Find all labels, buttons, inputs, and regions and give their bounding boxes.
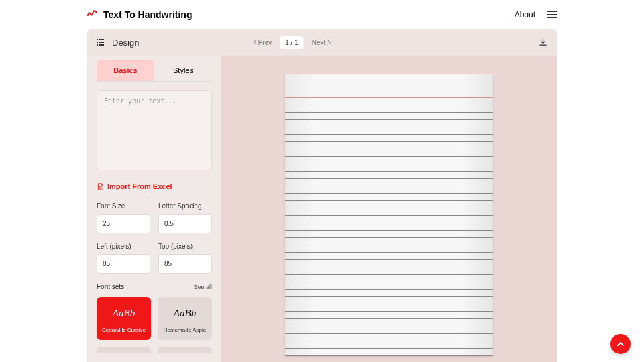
left-field: Left (pixels) — [97, 243, 150, 274]
letter-spacing-label: Letter Spacing — [158, 202, 212, 210]
font-sets-header: Font sets See all — [97, 283, 212, 290]
scroll-top-button[interactable] — [610, 334, 631, 354]
paper-preview — [285, 74, 493, 356]
left-input[interactable] — [97, 254, 150, 274]
paper-lines — [285, 98, 493, 356]
design-label: Design — [112, 38, 139, 48]
header-right: About — [515, 10, 557, 19]
text-input[interactable] — [97, 90, 212, 170]
field-row-2: Left (pixels) Top (pixels) — [97, 243, 212, 274]
brand: Text To Handwriting — [87, 7, 192, 21]
body-split: Basics Styles Import From Excel Font — [87, 56, 557, 362]
letter-spacing-field: Letter Spacing — [158, 202, 212, 233]
font-name: Homemade Apple — [160, 327, 209, 333]
chevron-up-icon — [616, 340, 625, 348]
tab-basics[interactable]: Basics — [97, 60, 154, 81]
font-size-label: Font Size — [97, 202, 150, 210]
settings-panel: Basics Styles Import From Excel Font — [87, 56, 221, 362]
preview-area — [221, 56, 557, 362]
font-grid: AaBb Cedarville Cursive AaBb Homemade Ap… — [97, 297, 212, 340]
font-size-input[interactable] — [97, 214, 150, 233]
font-card-placeholder[interactable] — [158, 347, 212, 353]
toolbar: Design Prev 1 / 1 Next — [87, 29, 557, 56]
font-size-field: Font Size — [97, 202, 150, 233]
font-sets-title: Font sets — [97, 283, 124, 290]
hamburger-menu-icon[interactable] — [547, 11, 557, 18]
pagination: Prev 1 / 1 Next — [249, 36, 335, 49]
font-preview: AaBb — [99, 308, 148, 319]
file-icon — [97, 183, 104, 190]
next-label: Next — [312, 39, 326, 46]
font-card-homemade[interactable]: AaBb Homemade Apple — [158, 297, 212, 340]
top-input[interactable] — [158, 254, 212, 274]
prev-label: Prev — [258, 39, 272, 46]
chevron-right-icon — [327, 40, 331, 45]
letter-spacing-input[interactable] — [158, 214, 212, 233]
download-icon[interactable] — [539, 38, 547, 47]
prev-button[interactable]: Prev — [249, 36, 276, 49]
brand-title: Text To Handwriting — [103, 9, 192, 20]
next-button[interactable]: Next — [308, 36, 335, 49]
main-container: Design Prev 1 / 1 Next — [87, 29, 557, 362]
page-indicator: 1 / 1 — [280, 36, 303, 49]
font-card-placeholder[interactable] — [97, 347, 151, 353]
top-label: Top (pixels) — [158, 243, 212, 250]
app-header: Text To Handwriting About — [0, 0, 644, 29]
font-preview: AaBb — [160, 308, 209, 319]
font-card-cedarville[interactable]: AaBb Cedarville Cursive — [97, 297, 151, 340]
tab-styles[interactable]: Styles — [154, 60, 212, 81]
brand-logo-icon — [87, 7, 98, 21]
app-column: Design Prev 1 / 1 Next — [87, 29, 557, 362]
list-icon — [97, 39, 104, 46]
tabs: Basics Styles — [97, 60, 212, 82]
toolbar-left: Design — [97, 38, 139, 48]
toolbar-right — [539, 38, 547, 47]
field-row-1: Font Size Letter Spacing — [97, 202, 212, 233]
chevron-left-icon — [253, 40, 257, 45]
import-excel-link[interactable]: Import From Excel — [97, 182, 212, 190]
see-all-link[interactable]: See all — [193, 284, 212, 290]
top-field: Top (pixels) — [158, 243, 212, 274]
about-link[interactable]: About — [515, 10, 535, 19]
extra-font-cards — [97, 347, 212, 353]
font-name: Cedarville Cursive — [99, 327, 148, 333]
left-label: Left (pixels) — [97, 243, 150, 250]
import-label: Import From Excel — [107, 182, 172, 190]
